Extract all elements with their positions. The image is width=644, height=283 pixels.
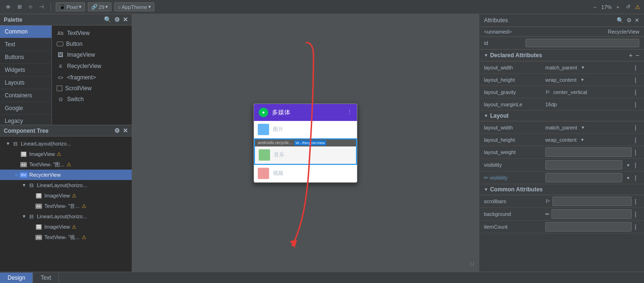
palette-items: Ab TextView Button 🖼 ImageView ≡	[52, 26, 132, 125]
category-buttons[interactable]: Buttons	[0, 51, 51, 64]
align-button[interactable]: ⊣	[37, 3, 46, 11]
attr-right-lh: |	[632, 136, 639, 144]
tab-text[interactable]: Text	[33, 273, 59, 283]
attr-row-layout-width-decl[interactable]: layout_width match_parent ▾ |	[479, 61, 644, 74]
tree-item-textview2[interactable]: Ab TextView- "音... ⚠	[0, 201, 132, 211]
palette-item-scrollview[interactable]: ScrollView	[52, 83, 132, 94]
attr-settings-icon[interactable]: ⚙	[627, 17, 632, 24]
attr-row-layout-marginle[interactable]: layout_marginLe 16dp |	[479, 98, 644, 111]
attr-row-layout-gravity[interactable]: layout_gravity 🏳 center_vertical |	[479, 86, 644, 98]
attr-row-layout-weight[interactable]: layout_weight |	[479, 146, 644, 159]
category-legacy[interactable]: Legacy	[0, 115, 51, 125]
canvas-area[interactable]: ● 多媒体 ⋮ 图片 androi	[132, 14, 479, 272]
attr-value-vis[interactable]	[545, 160, 622, 170]
attr-value-area-vis-edit: ▾	[545, 173, 632, 182]
declared-minus-icon[interactable]: −	[636, 51, 639, 59]
tree-item-linearlayout1[interactable]: ▼ ⊟ LinearLayout(horizo...	[0, 138, 132, 149]
attr-dropdown-lw[interactable]: ▾	[579, 124, 586, 131]
attr-right-lw-decl: |	[632, 64, 639, 71]
attr-name-layout-weight: layout_weight	[484, 149, 545, 155]
zoom-in-button[interactable]: +	[615, 3, 621, 11]
api-value: 29	[99, 4, 104, 10]
attr-value-area-lh: wrap_content ▾	[545, 136, 632, 144]
attr-value-bg[interactable]	[551, 209, 632, 219]
attr-right-ic: |	[632, 223, 639, 231]
palette-item-switch[interactable]: ⊙ Switch	[52, 94, 132, 105]
component-tree-close-icon[interactable]: ✕	[123, 127, 128, 134]
eye-button[interactable]: 👁	[4, 3, 13, 11]
attr-row-background[interactable]: background ✏ |	[479, 208, 644, 221]
category-layouts[interactable]: Layouts	[0, 77, 51, 89]
tree-item-textview3[interactable]: Ab TextView- "视... ⚠	[0, 232, 132, 242]
tab-design[interactable]: Design	[0, 273, 33, 283]
attr-value-ic[interactable]	[545, 222, 632, 232]
palette-settings-icon[interactable]: ⚙	[114, 16, 120, 23]
category-containers[interactable]: Containers	[0, 89, 51, 102]
recyclerview-highlight-area: androids.recycle... W...RecyclerView 音乐	[254, 138, 357, 165]
device-frame: ● 多媒体 ⋮ 图片 androi	[254, 103, 357, 183]
attr-row-layout-width[interactable]: layout_width match_parent ▾ |	[479, 121, 644, 134]
palette-item-textview[interactable]: Ab TextView	[52, 27, 132, 39]
common-attrs-header[interactable]: ▼ Common Attributes	[479, 184, 644, 195]
component-tree-settings-icon[interactable]: ⚙	[114, 127, 120, 134]
rv-label-bar: androids.recycle... W...RecyclerView	[255, 139, 356, 146]
attr-id-input[interactable]	[525, 39, 639, 47]
declared-add-icon[interactable]: +	[629, 51, 633, 59]
layout-section-header[interactable]: ▼ Layout	[479, 111, 644, 121]
list-item-video: 视频	[254, 165, 357, 182]
gravity-flag-icon: 🏳	[545, 89, 551, 95]
attr-value-lweight[interactable]	[545, 147, 632, 157]
attr-dropdown-lh-decl[interactable]: ▾	[578, 76, 586, 84]
tree-warning-tv3: ⚠	[82, 234, 86, 240]
attr-row-itemcount[interactable]: itemCount |	[479, 221, 644, 233]
refresh-button[interactable]: ↺	[624, 3, 632, 11]
tree-item-imageview2[interactable]: 🖼 ImageView ⚠	[0, 190, 132, 201]
palette-item-fragment[interactable]: <> <fragment>	[52, 72, 132, 83]
category-widgets[interactable]: Widgets	[0, 64, 51, 77]
zoom-out-button[interactable]: −	[592, 3, 598, 11]
tree-label-rv: RecyclerView	[29, 172, 60, 178]
attr-value-sb[interactable]	[552, 197, 632, 206]
grid-button[interactable]: ⊞	[16, 3, 24, 11]
palette-close-icon[interactable]: ✕	[123, 16, 128, 23]
attr-row-visibility-edit[interactable]: ✏ visibility ▾ |	[479, 172, 644, 184]
palette-item-recyclerview-label: RecyclerView	[67, 63, 101, 69]
attr-value-vis-edit[interactable]	[545, 173, 622, 182]
svg-marker-0	[290, 240, 297, 248]
tree-item-linearlayout2[interactable]: ▼ ⊟ LinearLayout(horizo...	[0, 180, 132, 190]
palette-item-button[interactable]: Button	[52, 39, 132, 49]
attr-row-layout-height-decl[interactable]: layout_height wrap_content ▾ |	[479, 74, 644, 86]
tree-item-imageview1[interactable]: 🖼 ImageView ⚠	[0, 149, 132, 159]
attr-row-layout-height[interactable]: layout_height wrap_content ▾ |	[479, 134, 644, 146]
attr-dropdown-lh[interactable]: ▾	[578, 136, 586, 144]
linearlayout3-icon: ⊟	[27, 213, 35, 220]
theme-dropdown[interactable]: ○ AppTheme ▾	[114, 2, 154, 11]
attr-close-icon[interactable]: ✕	[635, 17, 639, 24]
attr-dropdown-vis[interactable]: ▾	[624, 161, 632, 169]
attr-search-icon[interactable]: 🔍	[617, 17, 624, 24]
attr-title-area: Attributes	[484, 17, 508, 24]
palette-categories: Common Text Buttons Widgets Layouts Cont…	[0, 26, 52, 125]
attr-row-scrollbars[interactable]: scrollbars 🏳 |	[479, 195, 644, 208]
category-google[interactable]: Google	[0, 102, 51, 115]
tree-item-recyclerview[interactable]: ≡ RV RecyclerView	[0, 170, 132, 180]
pixel-dropdown[interactable]: 📱 Pixel ▾	[56, 2, 85, 11]
palette-item-textview-label: TextView	[67, 30, 90, 36]
category-common[interactable]: Common	[0, 26, 51, 38]
snap-button[interactable]: ⊹	[26, 3, 34, 11]
palette-item-recyclerview[interactable]: ≡ RecyclerView	[52, 60, 132, 72]
category-text[interactable]: Text	[0, 38, 51, 51]
tree-item-linearlayout3[interactable]: ▼ ⊟ LinearLayout(horizo...	[0, 211, 132, 222]
attr-dropdown-lw-decl[interactable]: ▾	[579, 64, 586, 71]
tree-item-textview1[interactable]: Ab TextView- "图... ⚠	[0, 159, 132, 170]
declared-attrs-header[interactable]: ▼ Declared Attributes + −	[479, 50, 644, 61]
attr-row-visibility[interactable]: visibility ▾ |	[479, 159, 644, 172]
attr-value-area-lweight	[545, 147, 632, 157]
attr-dropdown-vis-edit[interactable]: ▾	[624, 174, 632, 181]
tree-item-imageview3[interactable]: 🖼 ImageView ⚠	[0, 222, 132, 232]
attr-header: Attributes 🔍 ⚙ ✕	[479, 14, 644, 27]
palette-item-imageview[interactable]: 🖼 ImageView	[52, 49, 132, 60]
tree-label-iv1: ImageView	[29, 151, 55, 157]
palette-search-icon[interactable]: 🔍	[104, 16, 111, 23]
api-dropdown[interactable]: 🔗 29 ▾	[88, 2, 111, 11]
